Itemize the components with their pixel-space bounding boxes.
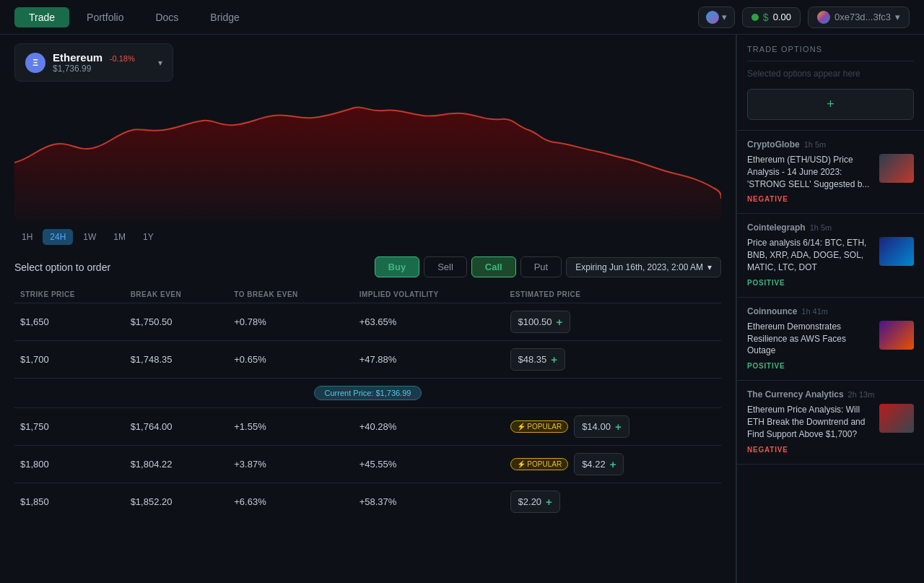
- put-button[interactable]: Put: [520, 256, 562, 277]
- table-row[interactable]: $1,750$1,764.00+1.55%+40.28%⚡ POPULAR$14…: [14, 408, 721, 446]
- to-break-even-cell: +6.63%: [228, 483, 353, 521]
- col-est-price: ESTIMATED PRICE: [505, 286, 721, 303]
- estimated-price-cell: ⚡ POPULAR$14.00 +: [505, 408, 721, 446]
- plus-icon: +: [551, 353, 557, 366]
- table-row[interactable]: $1,850$1,852.20+6.63%+58.37%$2.20 +: [14, 483, 721, 521]
- right-panel: TRADE OPTIONS Selected options appear he…: [736, 35, 924, 583]
- to-break-even-cell: +1.55%: [228, 408, 353, 446]
- break-even-cell: $1,852.20: [125, 483, 229, 521]
- implied-vol-cell: +40.28%: [354, 408, 505, 446]
- asset-price: $1,736.99: [53, 64, 151, 74]
- strike-price-cell: $1,800: [14, 446, 125, 483]
- tab-bridge[interactable]: Bridge: [196, 7, 253, 27]
- add-option-button[interactable]: +: [747, 89, 914, 120]
- to-break-even-cell: +3.87%: [228, 446, 353, 483]
- news-text: Price analysis 6/14: BTC, ETH, BNB, XRP,…: [747, 237, 873, 288]
- news-text: Ethereum Price Analysis: Will ETH Break …: [747, 404, 873, 454]
- news-source: CryptoGlobe: [747, 139, 800, 150]
- buy-button[interactable]: Buy: [375, 256, 420, 277]
- call-button[interactable]: Call: [471, 256, 516, 277]
- break-even-cell: $1,748.35: [125, 341, 229, 379]
- news-item[interactable]: CryptoGlobe1h 5mEthereum (ETH/USD) Price…: [737, 131, 924, 214]
- time-tab-1y[interactable]: 1Y: [136, 229, 161, 245]
- order-label: Select option to order: [14, 262, 110, 273]
- news-item[interactable]: Coinnounce1h 41mEthereum Demonstrates Re…: [737, 298, 924, 381]
- implied-vol-cell: +47.88%: [354, 341, 505, 379]
- estimated-price-cell: $2.20 +: [505, 483, 721, 521]
- strike-price-cell: $1,850: [14, 483, 125, 521]
- news-source: The Currency Analytics: [747, 389, 844, 400]
- strike-price-cell: $1,650: [14, 303, 125, 341]
- plus-icon: +: [610, 458, 616, 470]
- tab-docs[interactable]: Docs: [141, 7, 193, 27]
- asset-info: Ethereum -0.18% $1,736.99: [53, 51, 151, 74]
- network-selector[interactable]: ▾: [698, 7, 735, 28]
- plus-icon: +: [557, 316, 563, 328]
- chevron-down-icon: ▾: [722, 12, 727, 22]
- asset-dropdown-arrow[interactable]: ▾: [158, 58, 162, 68]
- nav-right: ▾ $ 0.00 0xe73d...3fc3 ▾: [698, 7, 910, 28]
- wallet-address: 0xe73d...3fc3: [834, 12, 891, 22]
- add-to-order-button[interactable]: $2.20 +: [510, 491, 560, 513]
- news-thumbnail: [879, 321, 914, 350]
- break-even-cell: $1,804.22: [125, 446, 229, 483]
- price-value: $4.22: [582, 459, 606, 470]
- balance-amount: 0.00: [773, 12, 791, 22]
- order-controls: Buy Sell Call Put Expiring Jun 16th, 202…: [375, 256, 721, 277]
- sell-button[interactable]: Sell: [424, 256, 467, 277]
- left-panel: Ξ Ethereum -0.18% $1,736.99 ▾: [0, 35, 736, 583]
- news-source: Cointelegraph: [747, 223, 806, 233]
- break-even-cell: $1,750.50: [125, 303, 229, 341]
- current-price-row: Current Price: $1,736.99: [14, 379, 721, 408]
- tab-trade[interactable]: Trade: [14, 7, 69, 27]
- tab-portfolio[interactable]: Portfolio: [72, 7, 138, 27]
- network-icon: [706, 11, 719, 24]
- estimated-price-cell: $100.50 +: [505, 303, 721, 341]
- trade-options-title: TRADE OPTIONS: [747, 45, 914, 53]
- news-panel: CryptoGlobe1h 5mEthereum (ETH/USD) Price…: [737, 131, 924, 465]
- news-time: 1h 5m: [810, 223, 832, 232]
- plus-icon: +: [827, 97, 834, 112]
- balance-icon: $: [763, 12, 769, 23]
- time-tab-1w[interactable]: 1W: [76, 229, 103, 245]
- top-navigation: Trade Portfolio Docs Bridge ▾ $ 0.00 0xe…: [0, 0, 924, 35]
- break-even-cell: $1,764.00: [125, 408, 229, 446]
- table-row[interactable]: $1,800$1,804.22+3.87%+45.55%⚡ POPULAR$4.…: [14, 446, 721, 483]
- news-item[interactable]: The Currency Analytics2h 13mEthereum Pri…: [737, 381, 924, 464]
- news-sentiment: POSITIVE: [747, 361, 873, 371]
- add-to-order-button[interactable]: $100.50 +: [510, 311, 571, 333]
- estimated-price-cell: $48.35 +: [505, 341, 721, 379]
- time-tab-1h[interactable]: 1H: [14, 229, 40, 245]
- news-time: 1h 5m: [804, 140, 827, 149]
- main-layout: Ξ Ethereum -0.18% $1,736.99 ▾: [0, 35, 924, 583]
- add-to-order-button[interactable]: $4.22 +: [574, 453, 624, 475]
- add-to-order-button[interactable]: $48.35 +: [510, 348, 566, 371]
- price-value: $48.35: [518, 354, 547, 365]
- news-thumbnail: [879, 404, 914, 433]
- time-tab-24h[interactable]: 24H: [43, 229, 73, 245]
- table-row[interactable]: $1,700$1,748.35+0.65%+47.88%$48.35 +: [14, 341, 721, 379]
- wallet-button[interactable]: 0xe73d...3fc3 ▾: [808, 7, 910, 28]
- time-tab-1m[interactable]: 1M: [106, 229, 133, 245]
- order-section: Select option to order Buy Sell Call Put…: [14, 256, 721, 277]
- to-break-even-cell: +0.78%: [228, 303, 353, 341]
- balance-dot: [751, 14, 759, 21]
- to-break-even-cell: +0.65%: [228, 341, 353, 379]
- news-time: 1h 41m: [801, 307, 828, 316]
- col-to-break-even: TO BREAK EVEN: [228, 286, 353, 303]
- news-text: Ethereum Demonstrates Resilience as AWS …: [747, 321, 873, 371]
- expiry-selector[interactable]: Expiring Jun 16th, 2023, 2:00 AM ▾: [566, 257, 721, 277]
- table-row[interactable]: $1,650$1,750.50+0.78%+63.65%$100.50 +: [14, 303, 721, 341]
- news-item[interactable]: Cointelegraph1h 5mPrice analysis 6/14: B…: [737, 214, 924, 297]
- add-to-order-button[interactable]: $14.00 +: [574, 415, 629, 438]
- news-thumbnail: [879, 237, 914, 266]
- asset-header[interactable]: Ξ Ethereum -0.18% $1,736.99 ▾: [14, 43, 173, 82]
- trade-options-empty: Selected options appear here: [747, 69, 914, 79]
- implied-vol-cell: +63.65%: [354, 303, 505, 341]
- news-thumbnail: [879, 154, 914, 183]
- options-table: STRIKE PRICE BREAK EVEN TO BREAK EVEN IM…: [14, 286, 721, 520]
- plus-icon: +: [615, 420, 622, 433]
- balance-display: $ 0.00: [742, 7, 801, 27]
- expiry-chevron: ▾: [707, 262, 712, 272]
- wallet-icon: [817, 11, 830, 24]
